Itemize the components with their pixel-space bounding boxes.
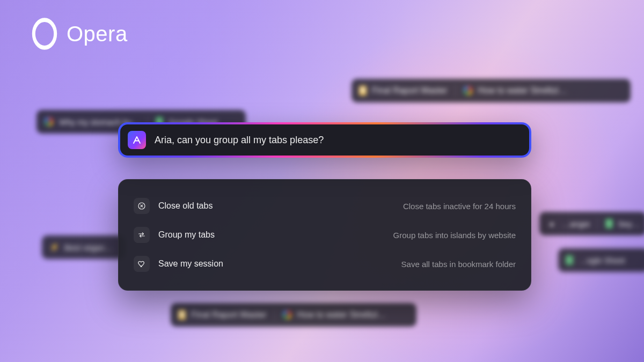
background-tab-group: …ogle Sheet [558,248,644,272]
background-tab-group: ⚡ Best vegan… [42,235,125,259]
aria-suggestions-panel: Close old tabs Close tabs inactive for 2… [118,179,531,291]
background-tab-group: Final Raport Master How to water Strelit… [352,79,631,102]
google-icon [463,86,473,95]
suggestion-title: Close old tabs [158,201,213,211]
suggestion-title: Save my session [158,259,223,269]
aria-logo-icon [128,131,146,149]
divider [455,84,456,97]
suggestion-close-old-tabs[interactable]: Close old tabs Close tabs inactive for 2… [134,191,516,220]
suggestion-description: Group tabs into islands by website [393,231,516,240]
tab-item: …ogle Sheet [566,255,625,265]
doc-yellow-icon [178,310,186,320]
background-tab-group: Final Raport Master How to water Strelit… [171,303,416,327]
tab-label: …ogle Sheet [579,256,625,265]
tab-item: ● …anger [547,219,590,228]
suggestion-title: Group my tabs [158,230,215,240]
tab-label: Sey… [618,219,639,228]
google-icon [282,310,292,320]
zap-icon: ⚡ [49,242,59,252]
brand-name: Opera [67,22,128,46]
tab-item: Final Raport Master [359,86,448,95]
generic-icon: ● [547,219,557,228]
tab-label: How to water Strelitzi… [297,310,386,320]
tab-item: Sey… [605,219,639,228]
doc-green-icon [566,255,573,265]
opera-logo-icon [32,18,57,49]
aria-command-bar[interactable]: Aria, can you group all my tabs please? [118,122,531,158]
tab-label: …anger [562,219,590,228]
tab-label: Best vegan… [64,243,113,252]
tab-label: Final Raport Master [191,310,267,320]
tab-item: ⚡ Best vegan… [49,242,113,252]
heart-icon [134,256,150,272]
tab-item: How to water Strelitzi… [282,310,386,320]
suggestion-description: Save all tabs in bookmark folder [401,260,516,269]
swap-icon [134,227,150,243]
tab-label: Final Raport Master [372,86,448,95]
google-icon [44,117,54,127]
aria-command-input[interactable]: Aria, can you group all my tabs please? [155,135,324,146]
tab-item: Final Raport Master [178,310,267,320]
suggestion-description: Close tabs inactive for 24 hours [403,202,516,211]
doc-green-icon [605,219,613,228]
suggestion-group-tabs[interactable]: Group my tabs Group tabs into islands by… [134,220,516,249]
tab-item: How to water Strelitzi… [463,86,567,95]
opera-logo: Opera [30,19,128,48]
background-tab-group: ● …anger Sey… [539,212,644,235]
close-circle-icon [134,198,150,214]
divider [597,217,598,230]
divider [274,308,275,321]
tab-label: How to water Strelitzi… [478,86,567,95]
doc-yellow-icon [359,86,367,95]
suggestion-save-session[interactable]: Save my session Save all tabs in bookmar… [134,249,516,278]
